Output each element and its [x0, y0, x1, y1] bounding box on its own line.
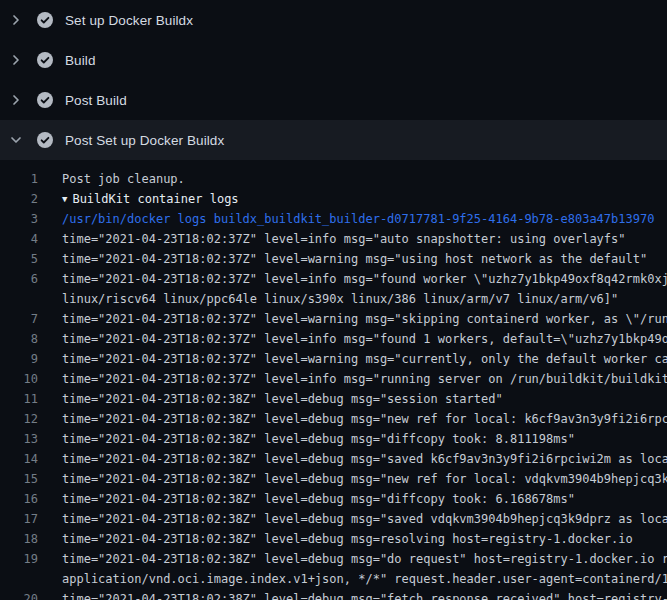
log-line-number[interactable]: 19 [0, 549, 38, 569]
chevron-right-icon [8, 52, 24, 68]
log-line-text: time="2021-04-23T18:02:37Z" level=info m… [38, 329, 667, 349]
log-row: linux/riscv64 linux/ppc64le linux/s390x … [0, 289, 667, 309]
log-line-text: time="2021-04-23T18:02:38Z" level=debug … [38, 449, 667, 469]
log-row: 9 time="2021-04-23T18:02:37Z" level=warn… [0, 349, 667, 369]
log-row: 8 time="2021-04-23T18:02:37Z" level=info… [0, 329, 667, 349]
log-line-number[interactable]: 10 [0, 369, 38, 389]
log-row: 19 time="2021-04-23T18:02:38Z" level=deb… [0, 549, 667, 569]
log-line-number[interactable]: 6 [0, 269, 38, 289]
log-row: 20 time="2021-04-23T18:02:38Z" level=deb… [0, 589, 667, 600]
log-line-text: time="2021-04-23T18:02:38Z" level=debug … [38, 509, 667, 529]
check-circle-icon [37, 12, 53, 28]
log-line-number[interactable]: 2 [0, 189, 38, 209]
log-line-number[interactable]: 3 [0, 209, 38, 229]
check-circle-icon [37, 52, 53, 68]
log-line-text: time="2021-04-23T18:02:37Z" level=info m… [38, 229, 626, 249]
log-row: 12 time="2021-04-23T18:02:38Z" level=deb… [0, 409, 667, 429]
log-line-number[interactable]: 13 [0, 429, 38, 449]
log-row: 5 time="2021-04-23T18:02:37Z" level=warn… [0, 249, 667, 269]
log-row: 14 time="2021-04-23T18:02:38Z" level=deb… [0, 449, 667, 469]
log-line-text: time="2021-04-23T18:02:37Z" level=warnin… [38, 309, 667, 329]
log-row: 15 time="2021-04-23T18:02:38Z" level=deb… [0, 469, 667, 489]
log-line-number[interactable] [0, 569, 38, 589]
log-row: 6 time="2021-04-23T18:02:37Z" level=info… [0, 269, 667, 289]
log-line-text: time="2021-04-23T18:02:38Z" level=debug … [38, 589, 667, 600]
log-line-text: time="2021-04-23T18:02:38Z" level=debug … [38, 549, 667, 569]
log-line-text: time="2021-04-23T18:02:38Z" level=debug … [38, 429, 575, 449]
chevron-right-icon [8, 12, 24, 28]
log-line-number[interactable] [0, 289, 38, 309]
step-label: Post Set up Docker Buildx [65, 133, 224, 148]
step-row[interactable]: Post Build [0, 80, 667, 120]
group-caret-icon: ▼ [62, 189, 67, 209]
log-line-number[interactable]: 8 [0, 329, 38, 349]
log-line-number[interactable]: 11 [0, 389, 38, 409]
log-line-number[interactable]: 15 [0, 469, 38, 489]
log-line-number[interactable]: 20 [0, 589, 38, 600]
log-group-toggle[interactable]: 2 ▼BuildKit container logs [0, 189, 667, 209]
log-line-text: time="2021-04-23T18:02:38Z" level=debug … [38, 409, 667, 429]
step-row[interactable]: Set up Docker Buildx [0, 0, 667, 40]
log-row: 11 time="2021-04-23T18:02:38Z" level=deb… [0, 389, 667, 409]
log-line-text: time="2021-04-23T18:02:38Z" level=debug … [38, 529, 633, 549]
log-line-text: time="2021-04-23T18:02:37Z" level=info m… [38, 369, 667, 389]
log-row: 13 time="2021-04-23T18:02:38Z" level=deb… [0, 429, 667, 449]
log-line-text: time="2021-04-23T18:02:37Z" level=warnin… [38, 349, 667, 369]
log-output: 1 Post job cleanup. 2 ▼BuildKit containe… [0, 160, 667, 600]
log-line-number[interactable]: 9 [0, 349, 38, 369]
chevron-right-icon [8, 92, 24, 108]
log-line-number[interactable]: 18 [0, 529, 38, 549]
check-circle-icon [37, 92, 53, 108]
log-line-text: /usr/bin/docker logs buildx_buildkit_bui… [38, 209, 654, 229]
log-line-text: linux/riscv64 linux/ppc64le linux/s390x … [38, 289, 618, 309]
log-line-number[interactable]: 17 [0, 509, 38, 529]
log-line-number[interactable]: 1 [0, 169, 38, 189]
step-label: Set up Docker Buildx [65, 13, 193, 28]
log-line-text: application/vnd.oci.image.index.v1+json,… [38, 569, 667, 589]
log-line-text: time="2021-04-23T18:02:38Z" level=debug … [38, 469, 667, 489]
log-line-text: ▼BuildKit container logs [38, 189, 239, 209]
log-line-text: time="2021-04-23T18:02:37Z" level=info m… [38, 269, 667, 289]
log-row: 1 Post job cleanup. [0, 169, 667, 189]
actions-log-viewer: Set up Docker Buildx Build P [0, 0, 667, 600]
steps-list: Set up Docker Buildx Build P [0, 0, 667, 160]
log-row: 4 time="2021-04-23T18:02:37Z" level=info… [0, 229, 667, 249]
log-row: 3 /usr/bin/docker logs buildx_buildkit_b… [0, 209, 667, 229]
log-line-text: Post job cleanup. [38, 169, 185, 189]
step-label: Post Build [65, 93, 127, 108]
log-row: 18 time="2021-04-23T18:02:38Z" level=deb… [0, 529, 667, 549]
step-row[interactable]: Post Set up Docker Buildx [0, 120, 667, 160]
log-line-number[interactable]: 16 [0, 489, 38, 509]
check-circle-icon [37, 132, 53, 148]
log-line-number[interactable]: 7 [0, 309, 38, 329]
step-row[interactable]: Build [0, 40, 667, 80]
log-line-text: time="2021-04-23T18:02:37Z" level=warnin… [38, 249, 647, 269]
log-line-number[interactable]: 12 [0, 409, 38, 429]
log-line-number[interactable]: 4 [0, 229, 38, 249]
log-row: 16 time="2021-04-23T18:02:38Z" level=deb… [0, 489, 667, 509]
log-line-number[interactable]: 5 [0, 249, 38, 269]
log-line-number[interactable]: 14 [0, 449, 38, 469]
log-line-text: time="2021-04-23T18:02:38Z" level=debug … [38, 489, 575, 509]
log-row: 17 time="2021-04-23T18:02:38Z" level=deb… [0, 509, 667, 529]
chevron-down-icon [8, 132, 24, 148]
log-row: application/vnd.oci.image.index.v1+json,… [0, 569, 667, 589]
step-label: Build [65, 53, 96, 68]
log-row: 10 time="2021-04-23T18:02:37Z" level=inf… [0, 369, 667, 389]
log-line-text: time="2021-04-23T18:02:38Z" level=debug … [38, 389, 503, 409]
log-row: 7 time="2021-04-23T18:02:37Z" level=warn… [0, 309, 667, 329]
